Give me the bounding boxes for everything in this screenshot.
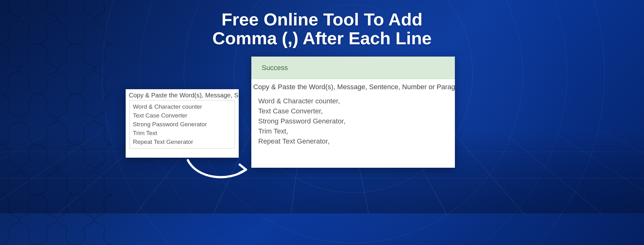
before-line: Text Case Converter — [133, 111, 232, 120]
before-panel: Copy & Paste the Word(s), Message, Se Wo… — [126, 89, 239, 158]
before-panel-instruction: Copy & Paste the Word(s), Message, Se — [126, 89, 239, 100]
after-line: Word & Character counter, — [258, 96, 448, 106]
after-line: Strong Password Generator, — [258, 116, 448, 126]
page-title-line-1: Free Online Tool To Add — [221, 9, 423, 29]
before-line: Trim Text — [133, 129, 232, 138]
after-panel: Success Copy & Paste the Word(s), Messag… — [251, 57, 455, 168]
after-line: Text Case Converter, — [258, 106, 448, 116]
page-title: Free Online Tool To Add Comma (,) After … — [0, 10, 644, 48]
before-line: Strong Password Generator — [133, 120, 232, 129]
after-panel-textbox[interactable]: Word & Character counter, Text Case Conv… — [255, 94, 451, 148]
before-line: Repeat Text Generator — [133, 138, 232, 146]
after-line: Trim Text, — [258, 126, 448, 136]
before-panel-textbox[interactable]: Word & Character counter Text Case Conve… — [129, 100, 235, 149]
after-panel-instruction: Copy & Paste the Word(s), Message, Sente… — [251, 79, 455, 94]
success-banner: Success — [251, 57, 455, 79]
before-line: Word & Character counter — [133, 102, 232, 111]
after-line: Repeat Text Generator, — [258, 136, 448, 146]
page-title-line-2: Comma (,) After Each Line — [212, 28, 432, 48]
